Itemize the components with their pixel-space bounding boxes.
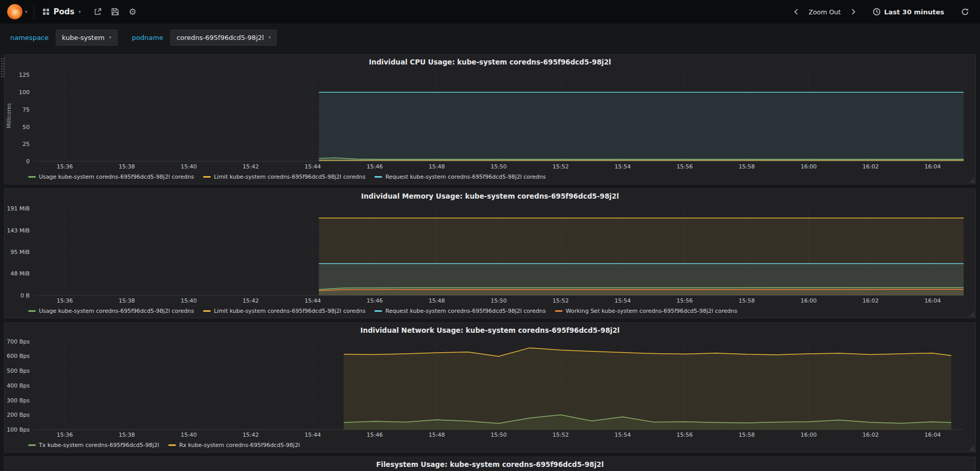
svg-text:15:52: 15:52 [552, 432, 569, 438]
legend-item[interactable]: Request kube-system coredns-695f96dcd5-9… [374, 308, 546, 314]
svg-text:50: 50 [23, 124, 30, 131]
svg-text:300 Bps: 300 Bps [7, 397, 30, 404]
svg-text:16:02: 16:02 [862, 297, 879, 304]
svg-text:16:04: 16:04 [925, 432, 941, 438]
x-axis-labels: 15:3615:3815:4015:4215:4415:4615:4815:50… [57, 297, 941, 304]
legend-label: Usage kube-system coredns-695f96dcd5-98j… [39, 308, 194, 314]
x-axis-labels: 15:3615:3815:4015:4215:4415:4615:4815:50… [57, 163, 941, 170]
legend-label: Limit kube-system coredns-695f96dcd5-98j… [214, 308, 365, 314]
svg-text:0: 0 [26, 158, 30, 165]
legend-label: Tx kube-system coredns-695f96dcd5-98j2l [39, 442, 159, 448]
clock-icon [873, 8, 881, 16]
panel-title[interactable]: Individual Network Usage: kube-system co… [5, 323, 975, 335]
chevron-down-icon: ▾ [109, 35, 112, 40]
logo-caret-icon: ▾ [25, 10, 28, 14]
svg-text:25: 25 [23, 141, 30, 147]
svg-text:100 Bps: 100 Bps [7, 426, 30, 433]
gear-icon: ⚙ [128, 7, 136, 17]
legend-color-dash [28, 444, 36, 446]
svg-text:15:44: 15:44 [305, 297, 321, 304]
save-button[interactable] [107, 4, 123, 19]
variable-dropdown-podname[interactable]: coredns-695f96dcd5-98j2l ▾ [170, 30, 277, 46]
series-lines [319, 218, 964, 295]
legend-color-dash [28, 310, 36, 312]
legend-item[interactable]: Usage kube-system coredns-695f96dcd5-98j… [28, 174, 194, 180]
zoom-out-button[interactable]: Zoom Out [809, 8, 841, 16]
y-axis-title: Millicores [6, 103, 12, 129]
legend-item[interactable]: Usage kube-system coredns-695f96dcd5-98j… [28, 308, 194, 314]
legend-item[interactable]: Limit kube-system coredns-695f96dcd5-98j… [203, 308, 365, 314]
svg-text:15:42: 15:42 [242, 163, 259, 170]
svg-text:15:44: 15:44 [305, 432, 321, 438]
chevron-right-icon [851, 8, 856, 15]
chart-canvas[interactable]: 0 B48 MiB95 MiB143 MiB191 MiB15:3615:381… [5, 201, 975, 306]
svg-text:15:58: 15:58 [739, 297, 755, 304]
legend-label: Request kube-system coredns-695f96dcd5-9… [385, 308, 546, 314]
svg-text:200 Bps: 200 Bps [7, 412, 30, 418]
panel-title[interactable]: Filesystem Usage: kube-system coredns-69… [5, 457, 975, 469]
panel-title[interactable]: Individual CPU Usage: kube-system coredn… [5, 55, 975, 67]
svg-text:0 B: 0 B [20, 292, 30, 299]
svg-text:125: 125 [19, 72, 30, 78]
navbar-divider [34, 5, 34, 19]
svg-text:15:36: 15:36 [57, 163, 73, 170]
legend-item[interactable]: Request kube-system coredns-695f96dcd5-9… [374, 174, 546, 180]
navbar-right: Zoom Out Last 30 minutes [788, 4, 973, 19]
svg-text:15:50: 15:50 [491, 432, 507, 438]
legend-item[interactable]: Rx kube-system coredns-695f96dcd5-98j2l [168, 442, 300, 448]
legend-item[interactable]: Tx kube-system coredns-695f96dcd5-98j2l [28, 442, 159, 448]
svg-text:15:38: 15:38 [119, 297, 135, 304]
legend-item[interactable]: Working Set kube-system coredns-695f96dc… [555, 308, 737, 314]
chart-canvas[interactable]: 025507510012515:3615:3815:4015:4215:4415… [5, 67, 975, 172]
time-range-picker[interactable]: Last 30 minutes [873, 8, 944, 16]
svg-text:75: 75 [23, 106, 30, 113]
legend-label: Request kube-system coredns-695f96dcd5-9… [385, 174, 546, 180]
svg-text:15:36: 15:36 [57, 432, 73, 438]
variable-namespace: namespace kube-system ▾ [7, 30, 118, 46]
grafana-logo[interactable]: ▾ [7, 4, 28, 19]
panel-title[interactable]: Individual Memory Usage: kube-system cor… [5, 189, 975, 201]
refresh-button[interactable] [957, 4, 973, 19]
variables-bar: namespace kube-system ▾ podname coredns-… [0, 24, 980, 51]
svg-text:16:04: 16:04 [925, 163, 941, 170]
x-axis-labels: 15:3615:3815:4015:4215:4415:4615:4815:50… [57, 432, 941, 438]
svg-text:16:00: 16:00 [800, 297, 817, 304]
refresh-icon [961, 8, 969, 16]
panel-3: Individual Network Usage: kube-system co… [4, 323, 976, 453]
svg-text:15:52: 15:52 [552, 297, 569, 304]
y-axis-labels: 0255075100125 [19, 72, 30, 165]
dashboard-picker[interactable]: Pods ▾ [40, 7, 83, 16]
time-back-button[interactable] [788, 4, 804, 19]
svg-text:15:58: 15:58 [739, 163, 755, 170]
svg-text:15:54: 15:54 [615, 432, 631, 438]
svg-text:15:56: 15:56 [677, 297, 693, 304]
navbar: ▾ Pods ▾ [0, 0, 980, 24]
legend-item[interactable]: Limit kube-system coredns-695f96dcd5-98j… [203, 174, 365, 180]
svg-text:15:38: 15:38 [119, 432, 135, 438]
svg-text:48 MiB: 48 MiB [10, 270, 30, 277]
time-forward-button[interactable] [846, 4, 861, 19]
chart-legend: Usage kube-system coredns-695f96dcd5-98j… [5, 172, 975, 184]
legend-color-dash [168, 444, 176, 446]
legend-color-dash [374, 176, 382, 178]
svg-text:16:00: 16:00 [800, 163, 817, 170]
sidebar-pull-handle[interactable] [1, 57, 5, 78]
svg-text:16:02: 16:02 [862, 163, 879, 170]
legend-label: Limit kube-system coredns-695f96dcd5-98j… [214, 174, 365, 180]
svg-text:191 MiB: 191 MiB [7, 205, 30, 212]
svg-text:16:02: 16:02 [862, 432, 879, 438]
legend-label: Rx kube-system coredns-695f96dcd5-98j2l [179, 442, 300, 448]
settings-button[interactable]: ⚙ [125, 4, 140, 19]
chart-canvas[interactable]: 100 Bps200 Bps300 Bps400 Bps500 Bps600 B… [5, 335, 975, 440]
legend-color-dash [374, 310, 382, 312]
variable-dropdown-namespace[interactable]: kube-system ▾ [56, 30, 118, 46]
svg-text:143 MiB: 143 MiB [7, 227, 30, 234]
share-button[interactable] [90, 4, 105, 19]
svg-text:15:52: 15:52 [552, 163, 569, 170]
legend-color-dash [555, 310, 563, 312]
dashboard-caret-icon: ▾ [79, 10, 81, 14]
legend-label: Usage kube-system coredns-695f96dcd5-98j… [39, 174, 194, 180]
svg-text:15:54: 15:54 [615, 297, 631, 304]
chevron-down-icon: ▾ [269, 35, 271, 40]
series-lines [319, 92, 964, 161]
